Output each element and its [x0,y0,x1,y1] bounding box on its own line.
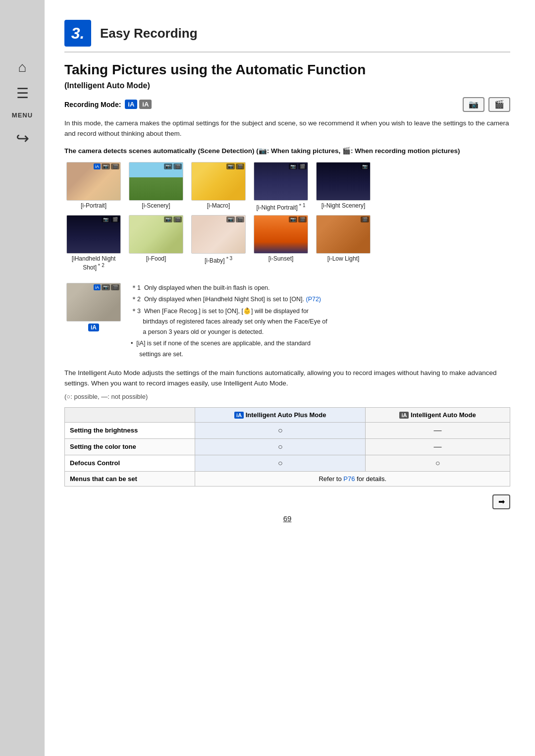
scene-thumb-baby: 📷 🎬 [191,215,246,254]
video-icon-btn[interactable]: 🎬 [488,97,510,112]
scene-thumb-scenery: 📷 🎬 [129,162,183,201]
scene-thumb-ia: iA 📷 🎬 [66,283,121,322]
scene-thumb-portrait: iA 📷 🎬 [66,162,121,201]
table-row-brightness: Setting the brightness ○ — [65,422,510,438]
scene-night-scenery: 📷 [i-Night Scenery] [314,162,373,209]
scene-thumb-night-portrait: 📷 🎬 [254,162,308,201]
chapter-number: 3. [64,20,91,47]
menu-label[interactable]: MENU [12,111,33,119]
intro-text: In this mode, the camera makes the optim… [64,118,510,139]
list-icon[interactable]: ☰ [16,85,29,102]
back-icon[interactable]: ↩ [16,129,29,148]
table-cell-color-auto: — [366,438,510,455]
table-cell-menus-label: Menus that can be set [65,471,195,486]
chapter-header: 3. Easy Recording [64,20,510,53]
home-icon[interactable]: ⌂ [18,59,27,75]
table-row-defocus: Defocus Control ○ ○ [65,455,510,471]
refer-p76-link[interactable]: P76 [343,475,355,483]
recording-mode-label: Recording Mode: [64,101,121,108]
scene-food: 📷 🎬 [i-Food] [127,215,185,262]
mode-icons: iA iA [125,100,152,109]
scene-thumb-night-scenery: 📷 [316,162,371,201]
recording-mode-row: Recording Mode: iA iA 📷 🎬 [64,97,510,112]
scene-scenery: 📷 🎬 [i-Scenery] [127,162,185,209]
scene-label-macro: [i-Macro] [207,202,230,209]
scene-label-scenery: [i-Scenery] [142,202,170,209]
scene-label-night-scenery: [i-Night Scenery] [321,202,366,209]
page-subtitle: (Intelligent Auto Mode) [64,81,510,90]
table-header-feature [65,407,195,422]
scene-handheld-night: 📷 🎬 [iHandheld NightShot]＊2 [64,215,123,271]
recording-mode-right: 📷 🎬 [463,97,510,112]
scene-detection-note: The camera detects scenes automatically … [64,146,510,156]
footnote-2: ＊2 Only displayed when [iHandheld Night … [131,294,327,305]
ia-icon-section: iA 📷 🎬 iA [64,283,123,361]
scene-label-portrait: [i-Portrait] [81,202,107,209]
scene-row-2: 📷 🎬 [iHandheld NightShot]＊2 📷 🎬 [i-Food] [64,215,510,271]
scene-portrait: iA 📷 🎬 [i-Portrait] [64,162,123,209]
table-row-menus: Menus that can be set Refer to P76 for d… [65,471,510,486]
page-title: Taking Pictures using the Automatic Func… [64,61,510,78]
footnotes-section: iA 📷 🎬 iA ＊1 Only displayed when the bui… [64,283,510,361]
recording-mode-left: Recording Mode: iA iA [64,100,152,109]
scene-row-1: iA 📷 🎬 [i-Portrait] 📷 🎬 [i-Scenery] [64,162,510,211]
scene-night-portrait: 📷 🎬 [i-Night Portrait]＊1 [252,162,310,211]
scene-label-food: [i-Food] [146,255,166,262]
scene-sunset: 📷 🎬 [i-Sunset] [252,215,310,262]
scene-grid: iA 📷 🎬 [i-Portrait] 📷 🎬 [i-Scenery] [64,162,510,275]
table-row-color: Setting the color tone ○ — [65,438,510,455]
ia-note: (○: possible, —: not possible) [64,393,510,400]
page-number: 69 [64,514,510,523]
scene-label-low-light: [i-Low Light] [327,255,360,262]
ia-description: The Intelligent Auto Mode adjusts the se… [64,368,510,389]
table-cell-color-label: Setting the color tone [65,438,195,455]
table-cell-brightness-label: Setting the brightness [65,422,195,438]
scene-thumb-food: 📷 🎬 [129,215,183,254]
footnotes-text: ＊1 Only displayed when the built-in flas… [131,283,327,361]
ia-mode-icon: iA [139,100,152,109]
next-btn-row: ➡ [64,494,510,509]
scene-macro: 📷 🎬 [i-Macro] [189,162,248,209]
table-header-ia: iA Intelligent Auto Mode [366,407,510,422]
table-cell-menus-value: Refer to P76 for details. [195,471,510,486]
scene-thumb-low-light: 🎬 [316,215,371,254]
main-content: 3. Easy Recording Taking Pictures using … [45,0,535,756]
ia-plus-mode-icon: iA [125,100,137,109]
sidebar: ⌂ ☰ MENU ↩ [0,0,45,756]
table-cell-defocus-label: Defocus Control [65,455,195,471]
table-cell-defocus-auto: ○ [366,455,510,471]
table-cell-brightness-plus: ○ [195,422,366,438]
scene-label-baby: [i-Baby]＊3 [205,255,232,264]
ia-bottom-label: iA [88,324,99,331]
footnote-1: ＊1 Only displayed when the built-in flas… [131,283,327,293]
camera-icon-btn[interactable]: 📷 [463,97,484,112]
table-header-ia-plus: iA Intelligent Auto Plus Mode [195,407,366,422]
table-cell-brightness-auto: — [366,422,510,438]
scene-thumb-macro: 📷 🎬 [191,162,246,201]
scene-label-handheld-night: [iHandheld NightShot]＊2 [72,255,116,271]
comparison-table: iA Intelligent Auto Plus Mode iA Intelli… [64,407,510,486]
scene-label-night-portrait: [i-Night Portrait]＊1 [257,202,306,211]
scene-thumb-sunset: 📷 🎬 [254,215,308,254]
scene-baby: 📷 🎬 [i-Baby]＊3 [189,215,248,264]
footnote-4: • [iA] is set if none of the scenes are … [131,338,327,360]
next-page-button[interactable]: ➡ [492,494,510,509]
table-cell-color-plus: ○ [195,438,366,455]
chapter-title: Easy Recording [100,26,198,41]
table-cell-defocus-plus: ○ [195,455,366,471]
scene-thumb-handheld-night: 📷 🎬 [66,215,121,254]
footnote-3: ＊3 When [Face Recog.] is set to [ON], [👶… [131,306,327,338]
footnote-2-link[interactable]: (P72) [306,296,321,303]
scene-low-light: 🎬 [i-Low Light] [314,215,373,262]
scene-label-sunset: [i-Sunset] [268,255,294,262]
